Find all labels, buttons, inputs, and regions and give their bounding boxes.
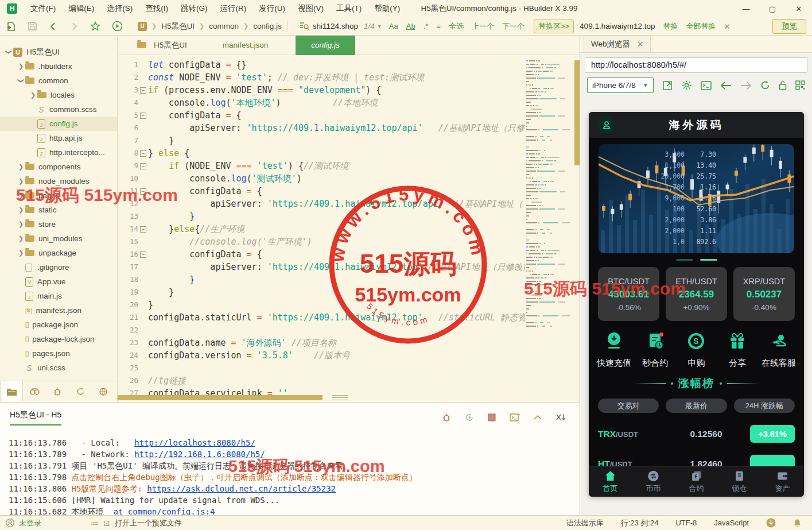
- language-mode[interactable]: JavaScript: [714, 519, 749, 527]
- plugins-tab-icon[interactable]: [92, 381, 115, 402]
- console-link[interactable]: http://localhost:8080/h5/: [134, 438, 255, 447]
- menu-item[interactable]: 运行(R): [214, 0, 253, 17]
- debug-icon[interactable]: [442, 413, 451, 422]
- fold-column[interactable]: −: [138, 226, 148, 233]
- settings-gear-icon[interactable]: [681, 80, 692, 91]
- menu-item[interactable]: 选择(S): [100, 0, 139, 17]
- maximize-button[interactable]: ▢: [759, 0, 786, 17]
- tree-item[interactable]: ❯store: [0, 217, 117, 231]
- line-number[interactable]: 14: [118, 223, 138, 235]
- line-number[interactable]: 22: [118, 324, 138, 336]
- refresh-icon[interactable]: [760, 80, 770, 90]
- replace-button[interactable]: 替换: [663, 21, 678, 32]
- shortcut-share[interactable]: 分享: [717, 331, 758, 369]
- save-icon[interactable]: [28, 21, 37, 31]
- banner-carousel[interactable]: 3,4007.301,10013.4020,00025.751,7001.169…: [599, 144, 794, 253]
- line-number[interactable]: 5: [118, 109, 138, 122]
- regex-button[interactable]: .*: [424, 22, 429, 30]
- tree-item[interactable]: ❯locales: [0, 88, 117, 102]
- console-link[interactable]: https://ask.dcloud.net.cn/article/35232: [147, 484, 336, 493]
- breadcrumb-file[interactable]: config.js: [253, 22, 282, 30]
- tree-item[interactable]: ❯components: [0, 160, 117, 174]
- qrcode-icon[interactable]: [795, 80, 805, 90]
- line-number[interactable]: 10: [118, 172, 138, 185]
- forward-icon[interactable]: [69, 22, 79, 31]
- match-case-button[interactable]: Aa: [389, 22, 398, 30]
- url-input[interactable]: http://localhost:8080/h5/#/: [585, 57, 807, 73]
- line-number[interactable]: 24: [118, 349, 138, 362]
- ticker-card[interactable]: BTC/USDT43003.61-0.56%: [598, 267, 659, 321]
- code-area[interactable]: 1let configData = {}2const NODE_ENV = 't…: [118, 59, 525, 400]
- forward-icon[interactable]: [740, 82, 752, 90]
- tree-item[interactable]: ❯common: [0, 73, 117, 88]
- debug-tab-icon[interactable]: [46, 381, 69, 402]
- replace-all-button[interactable]: 全部替换: [686, 21, 716, 32]
- menu-item[interactable]: 查找(I): [139, 0, 174, 17]
- fold-marker-icon[interactable]: −: [140, 87, 146, 94]
- line-number[interactable]: 3: [118, 84, 138, 96]
- close-tab-icon[interactable]: ✕: [637, 40, 643, 49]
- back-icon[interactable]: [49, 22, 58, 31]
- fold-column[interactable]: −: [138, 113, 148, 119]
- terminal-icon[interactable]: ⊡: [103, 519, 110, 528]
- line-number[interactable]: 17: [118, 261, 138, 273]
- console-link[interactable]: http://192.168.1.6:8080/h5/: [134, 450, 265, 459]
- next-button[interactable]: 下一个: [502, 21, 525, 32]
- files-tab-icon[interactable]: [0, 381, 23, 402]
- close-button[interactable]: ✕: [786, 0, 812, 17]
- refresh-tab-icon[interactable]: [69, 381, 92, 402]
- select-all-button[interactable]: 全选: [449, 21, 464, 32]
- line-number[interactable]: 2: [118, 71, 138, 84]
- console-tab[interactable]: H5黑色UI - H5: [10, 410, 61, 425]
- search-tab-icon[interactable]: [23, 381, 46, 402]
- tree-item[interactable]: Jhttp.api.js: [0, 131, 117, 145]
- horizontal-scrollbar[interactable]: [118, 395, 323, 400]
- fold-column[interactable]: −: [138, 150, 148, 157]
- tree-item[interactable]: ❯node_modules: [0, 174, 117, 188]
- line-number[interactable]: 16: [118, 248, 138, 261]
- outline-icon[interactable]: ≔: [91, 519, 99, 528]
- menu-item[interactable]: 文件(F): [24, 0, 62, 17]
- table-header-pill[interactable]: 交易对: [598, 399, 659, 413]
- favorite-icon[interactable]: [90, 21, 100, 32]
- line-number[interactable]: 21: [118, 311, 138, 324]
- line-number[interactable]: 26: [118, 374, 138, 387]
- shortcut-seconds-contract[interactable]: 秒合约: [635, 331, 676, 369]
- preview-button[interactable]: 预览: [772, 19, 806, 34]
- tree-item[interactable]: Scommon.scss: [0, 102, 117, 117]
- login-status[interactable]: 未登录: [19, 518, 41, 528]
- list-results-button[interactable]: ≡: [436, 22, 441, 30]
- tree-item[interactable]: Jconfig.js: [0, 117, 117, 131]
- back-icon[interactable]: [720, 82, 732, 90]
- tree-item[interactable]: ❯uni_modules: [0, 231, 117, 246]
- fold-marker-icon[interactable]: −: [140, 150, 146, 157]
- update-icon[interactable]: [766, 518, 776, 528]
- browser-tab[interactable]: Web浏览器 ✕: [584, 36, 651, 52]
- search-input[interactable]: shi1124.shop: [313, 22, 358, 30]
- tree-item[interactable]: .gitignore: [0, 260, 117, 274]
- line-number[interactable]: 18: [118, 273, 138, 286]
- menu-item[interactable]: 帮助(Y): [368, 0, 406, 17]
- tree-item[interactable]: ❯unpackage: [0, 246, 117, 260]
- replace-input[interactable]: 409.1.haiwaiym12.top: [580, 22, 655, 30]
- fold-marker-icon[interactable]: −: [140, 188, 146, 195]
- tree-item[interactable]: ❯UH5黑色UI: [0, 45, 117, 59]
- menu-item[interactable]: 发行(U): [252, 0, 292, 17]
- chevron-down-icon[interactable]: ▾: [378, 23, 381, 29]
- editor-tab-config.js[interactable]: config.js: [296, 36, 355, 55]
- menu-item[interactable]: 跳转(G): [174, 0, 214, 17]
- restart-icon[interactable]: [465, 413, 474, 422]
- tree-item[interactable]: [ ]package-lock.json: [0, 332, 117, 346]
- editor-tab-manifest.json[interactable]: manifest.json: [223, 41, 269, 49]
- tree-item[interactable]: ❯pages: [0, 188, 117, 203]
- minimap[interactable]: [526, 60, 574, 329]
- fold-marker-icon[interactable]: −: [140, 252, 146, 258]
- tree-item[interactable]: [⚙]manifest.json: [0, 303, 117, 318]
- shortcut-subscribe[interactable]: S申购: [676, 331, 717, 369]
- line-number[interactable]: 20: [118, 299, 138, 311]
- nav-item-资产[interactable]: 资产: [761, 467, 804, 497]
- line-number[interactable]: 11: [118, 185, 138, 198]
- fold-column[interactable]: −: [138, 252, 148, 258]
- breadcrumb-folder[interactable]: common: [209, 22, 239, 30]
- new-file-icon[interactable]: [6, 21, 16, 32]
